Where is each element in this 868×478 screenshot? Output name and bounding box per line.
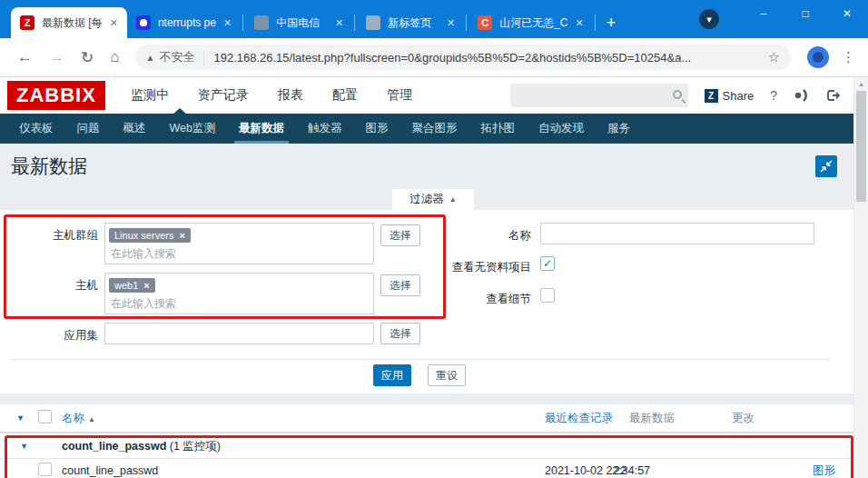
- filter-panel: 主机群组 Linux servers × 在此输入搜索 选择 主机 web1 ×…: [0, 210, 853, 393]
- nav-inventory[interactable]: 资产记录: [198, 87, 249, 104]
- subnav-triggers[interactable]: 触发器: [298, 114, 352, 144]
- tab-close-icon[interactable]: ✕: [447, 17, 455, 29]
- nav-configuration[interactable]: 配置: [332, 87, 358, 104]
- filter-collapse-icon: ▲: [449, 195, 457, 204]
- zabbix-header: ZABBIX 监测中 资产记录 报表 配置 管理 Z Share ?: [0, 77, 868, 114]
- subnav-maps[interactable]: 拓扑图: [470, 114, 525, 144]
- page-content: 最新数据 过滤器 ▲ 主机群组 Linux servers × 在此输入搜索 选…: [0, 144, 868, 478]
- tab-title: nterrupts pe: [158, 16, 216, 29]
- scroll-up-icon[interactable]: ▲: [854, 77, 868, 91]
- column-header-last-value: 最新数据: [629, 411, 675, 426]
- window-close-button[interactable]: ✕: [826, 0, 868, 27]
- table-group-row: ▼ count_line_passwd (1 监控项): [0, 433, 853, 459]
- subnav-services[interactable]: 服务: [597, 114, 640, 144]
- chip-label: web1: [114, 280, 138, 291]
- back-icon[interactable]: ←: [17, 48, 33, 66]
- chrome-avatar-icon[interactable]: [807, 46, 829, 68]
- subnav-dashboard[interactable]: 仪表板: [9, 114, 64, 144]
- tab-title: 山河已无恙_C: [499, 15, 567, 31]
- browser-addressbar: ← → ↻ ⌂ ▲ 不安全 192.168.26.15/latest.php?f…: [0, 38, 868, 77]
- nav-monitoring[interactable]: 监测中: [131, 87, 169, 104]
- forward-icon[interactable]: →: [49, 48, 64, 66]
- window-maximize-button[interactable]: □: [784, 0, 826, 27]
- tab-close-icon[interactable]: ✕: [223, 17, 232, 29]
- reset-button[interactable]: 重设: [428, 364, 466, 386]
- hosts-label: 主机: [0, 278, 98, 294]
- name-filter-input[interactable]: [540, 223, 814, 244]
- security-chip[interactable]: ▲ 不安全: [146, 49, 195, 65]
- subnav-discovery[interactable]: 自动发现: [528, 114, 594, 144]
- share-link[interactable]: Z Share: [705, 89, 755, 103]
- filter-tab[interactable]: 过滤器 ▲: [392, 189, 474, 210]
- host-groups-select-button[interactable]: 选择: [380, 224, 420, 246]
- tab-title: 中国电信: [276, 15, 328, 31]
- c-site-favicon-icon: C: [478, 15, 492, 30]
- bookmark-star-icon[interactable]: ☆: [768, 49, 780, 65]
- browser-tab-zabbix[interactable]: Z 最新数据 [每 ✕: [11, 7, 127, 38]
- logout-icon[interactable]: [826, 89, 841, 102]
- table-header-row: ▼ 名称▲ 最近检查记录 最新数据 更改: [0, 404, 853, 433]
- chip-remove-icon[interactable]: ×: [143, 280, 149, 291]
- hosts-multiselect[interactable]: web1 × 在此输入搜索: [104, 273, 374, 314]
- search-icon[interactable]: [673, 90, 682, 99]
- browser-tab-newtab[interactable]: 新标签页 ✕: [357, 7, 464, 38]
- tab-close-icon[interactable]: ✕: [335, 17, 343, 29]
- zabbix-search-box[interactable]: [510, 84, 688, 107]
- page-scrollbar[interactable]: ▲: [853, 77, 868, 478]
- show-without-data-checkbox[interactable]: ✓: [540, 256, 555, 271]
- tab-close-icon[interactable]: ✕: [110, 17, 118, 29]
- multiselect-placeholder[interactable]: 在此输入搜索: [109, 246, 370, 262]
- new-tab-button[interactable]: +: [607, 15, 616, 31]
- host-chip: web1 ×: [109, 278, 155, 293]
- scrollbar-thumb[interactable]: [856, 91, 866, 202]
- item-last-value: 22: [614, 464, 626, 477]
- browser-tab-interrupts[interactable]: nterrupts pe ✕: [127, 7, 241, 38]
- subnav-graphs[interactable]: 图形: [355, 114, 398, 144]
- browser-profile-icon[interactable]: ▾: [699, 9, 719, 29]
- collapse-all-icon[interactable]: ▼: [16, 413, 25, 423]
- search-input[interactable]: [511, 85, 666, 106]
- group-collapse-icon[interactable]: ▼: [20, 442, 28, 451]
- help-icon[interactable]: ?: [770, 88, 777, 103]
- application-input[interactable]: [104, 323, 374, 344]
- apply-button[interactable]: 应用: [373, 364, 411, 386]
- url-bar[interactable]: ▲ 不安全 192.168.26.15/latest.php?fullscree…: [135, 45, 791, 70]
- graph-link[interactable]: 图形: [813, 463, 835, 478]
- url-text[interactable]: 192.168.26.15/latest.php?fullscreen=0&gr…: [213, 51, 760, 65]
- sort-asc-icon: ▲: [88, 415, 95, 423]
- browser-tab-telecom[interactable]: 中国电信 ✕: [245, 7, 352, 38]
- newtab-favicon-icon: [366, 15, 380, 30]
- subnav-overview[interactable]: 概述: [113, 114, 156, 144]
- column-header-last-check[interactable]: 最近检查记录: [545, 411, 613, 426]
- subnav-latest-data[interactable]: 最新数据: [229, 114, 294, 144]
- zabbix-logo[interactable]: ZABBIX: [7, 81, 105, 110]
- host-groups-multiselect[interactable]: Linux servers × 在此输入搜索: [104, 223, 374, 264]
- chip-remove-icon[interactable]: ×: [179, 230, 184, 241]
- application-select-button[interactable]: 选择: [380, 323, 420, 344]
- nav-reports[interactable]: 报表: [278, 87, 303, 104]
- subnav-problems[interactable]: 问题: [67, 114, 110, 144]
- subnav-screens[interactable]: 聚合图形: [401, 114, 467, 144]
- reload-icon[interactable]: ↻: [81, 48, 94, 67]
- tab-separator: [242, 15, 243, 31]
- tab-close-icon[interactable]: ✕: [576, 17, 584, 29]
- browser-tab-c-site[interactable]: C 山河已无恙_C ✕: [469, 7, 593, 38]
- window-minimize-button[interactable]: –: [743, 0, 784, 27]
- subnav-web[interactable]: Web监测: [160, 114, 225, 144]
- group-name: count_line_passwd (1 监控项): [62, 438, 221, 453]
- zabbix-favicon-icon: Z: [20, 15, 35, 30]
- chrome-menu-icon[interactable]: ⋮: [842, 49, 855, 65]
- row-checkbox[interactable]: [38, 463, 52, 478]
- kiosk-mode-button[interactable]: [815, 155, 837, 177]
- select-all-checkbox[interactable]: [38, 410, 52, 426]
- nav-administration[interactable]: 管理: [387, 87, 412, 104]
- show-details-label: 查看细节: [381, 292, 531, 307]
- host-group-chip: Linux servers ×: [109, 228, 191, 243]
- share-label: Share: [723, 89, 755, 103]
- home-icon[interactable]: ⌂: [110, 48, 119, 66]
- multiselect-placeholder[interactable]: 在此输入搜索: [109, 296, 370, 312]
- user-profile-icon[interactable]: [794, 89, 810, 102]
- column-header-name[interactable]: 名称▲: [62, 411, 95, 426]
- tab-separator: [354, 15, 355, 31]
- show-details-checkbox[interactable]: [540, 288, 555, 303]
